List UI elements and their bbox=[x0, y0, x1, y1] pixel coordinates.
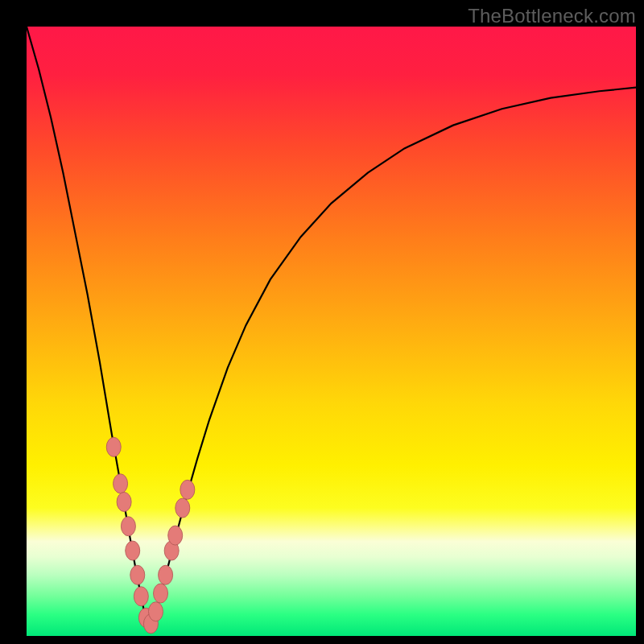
curve-marker bbox=[114, 474, 128, 493]
curve-marker bbox=[134, 587, 148, 606]
curve-path bbox=[27, 27, 636, 630]
curve-marker bbox=[126, 541, 140, 560]
curve-marker bbox=[106, 437, 121, 456]
plot-area bbox=[27, 27, 636, 636]
outer-frame: TheBottleneck.com bbox=[0, 0, 644, 644]
curve-marker bbox=[159, 565, 173, 584]
curve-marker bbox=[148, 602, 163, 621]
curve-marker bbox=[180, 480, 195, 499]
curve-markers bbox=[106, 437, 195, 634]
curve-marker bbox=[130, 565, 145, 584]
curve-marker bbox=[175, 498, 190, 518]
curve-marker bbox=[154, 584, 168, 603]
curve-marker bbox=[168, 526, 183, 545]
curve-marker bbox=[117, 492, 131, 511]
bottleneck-curve bbox=[27, 27, 636, 636]
curve-marker bbox=[121, 517, 135, 536]
watermark-text: TheBottleneck.com bbox=[468, 5, 636, 27]
